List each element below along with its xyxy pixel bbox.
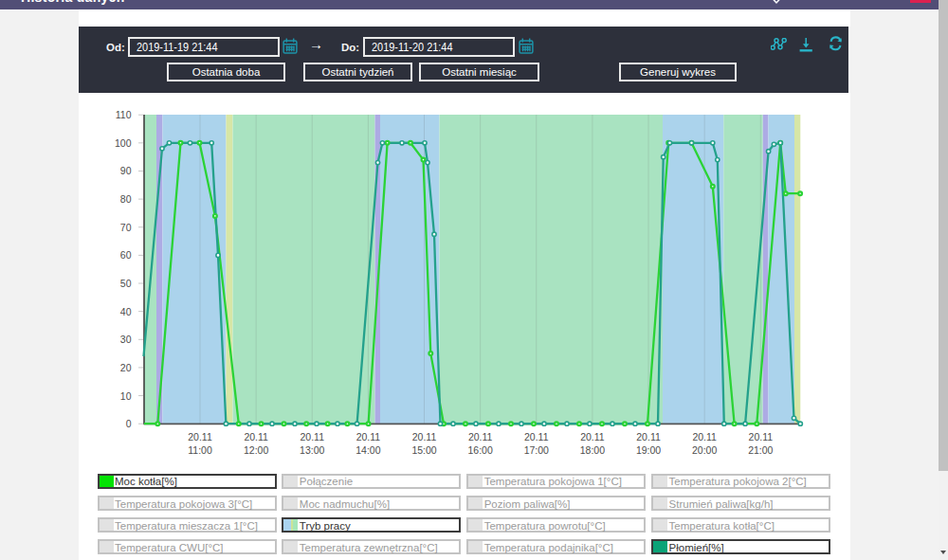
svg-text:16:00: 16:00 bbox=[468, 444, 493, 456]
svg-text:11:00: 11:00 bbox=[188, 444, 212, 456]
svg-text:20.11: 20.11 bbox=[636, 431, 661, 443]
svg-text:20.11: 20.11 bbox=[524, 431, 549, 443]
svg-text:110: 110 bbox=[116, 109, 132, 120]
svg-text:21:00: 21:00 bbox=[748, 444, 773, 456]
svg-text:20.11: 20.11 bbox=[356, 431, 381, 443]
svg-text:20:00: 20:00 bbox=[692, 444, 717, 456]
svg-text:20.11: 20.11 bbox=[412, 431, 437, 443]
svg-text:30: 30 bbox=[120, 334, 132, 345]
svg-text:18:00: 18:00 bbox=[580, 444, 605, 456]
svg-text:70: 70 bbox=[120, 222, 132, 233]
svg-text:14:00: 14:00 bbox=[356, 444, 380, 456]
svg-text:20.11: 20.11 bbox=[468, 431, 493, 443]
svg-text:20.11: 20.11 bbox=[244, 431, 268, 443]
svg-text:13:00: 13:00 bbox=[300, 444, 324, 456]
svg-text:17:00: 17:00 bbox=[524, 444, 549, 456]
svg-text:20.11: 20.11 bbox=[580, 431, 605, 443]
svg-text:12:00: 12:00 bbox=[244, 444, 268, 456]
svg-text:19:00: 19:00 bbox=[636, 444, 661, 456]
svg-text:50: 50 bbox=[120, 278, 132, 289]
svg-text:90: 90 bbox=[120, 165, 132, 176]
svg-text:15:00: 15:00 bbox=[411, 444, 436, 456]
svg-text:20.11: 20.11 bbox=[301, 431, 325, 443]
svg-text:0: 0 bbox=[126, 418, 132, 429]
svg-text:60: 60 bbox=[120, 249, 132, 261]
svg-text:100: 100 bbox=[115, 137, 132, 149]
svg-text:80: 80 bbox=[120, 193, 132, 205]
svg-text:10: 10 bbox=[120, 390, 132, 402]
svg-text:20: 20 bbox=[120, 362, 132, 373]
svg-text:20.11: 20.11 bbox=[188, 431, 212, 443]
svg-text:40: 40 bbox=[120, 306, 132, 317]
svg-text:20.11: 20.11 bbox=[749, 431, 774, 443]
svg-text:20.11: 20.11 bbox=[692, 431, 717, 443]
